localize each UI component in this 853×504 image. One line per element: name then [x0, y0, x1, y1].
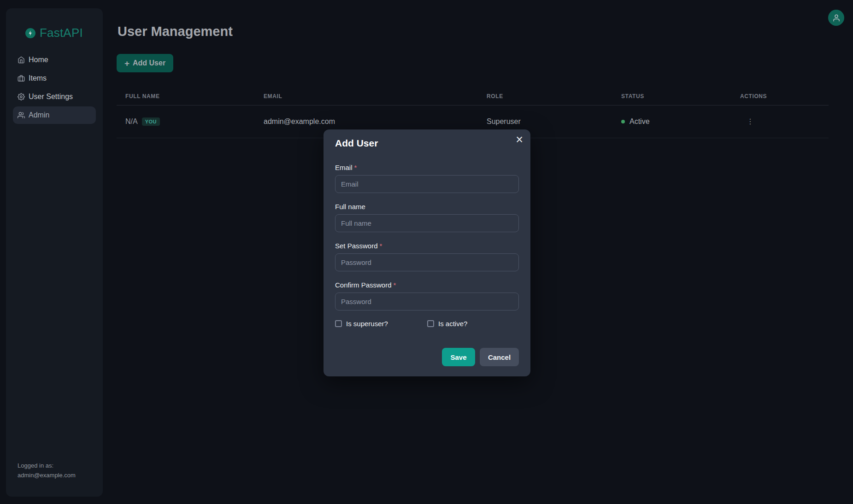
required-asterisk: * [394, 281, 396, 289]
email-label: Email* [335, 164, 519, 171]
sidebar-item-admin[interactable]: Admin [13, 106, 96, 124]
cell-status: Active [612, 117, 731, 126]
checkbox-row: Is superuser? Is active? [335, 320, 519, 328]
cell-full-name: N/A YOU [117, 117, 255, 126]
status-value: Active [629, 117, 650, 126]
confirm-password-field-group: Confirm Password* [335, 281, 519, 311]
plus-icon: + [124, 59, 129, 68]
add-user-modal: Add User × Email* Full name Set Password… [324, 129, 530, 376]
sidebar-item-label: Admin [29, 111, 49, 119]
cell-role: Superuser [478, 117, 612, 126]
full-name-field-group: Full name [335, 203, 519, 232]
add-user-button-label: Add User [133, 59, 165, 67]
kebab-menu-icon[interactable]: ⋮ [747, 118, 754, 125]
sidebar-item-label: Items [29, 74, 47, 82]
fastapi-logo[interactable]: FastAPI [6, 8, 103, 40]
confirm-password-input[interactable] [335, 293, 519, 311]
add-user-button[interactable]: + Add User [117, 54, 173, 72]
sidebar-item-label: User Settings [29, 93, 73, 101]
logged-in-email: admin@example.com [18, 470, 76, 480]
checkbox-icon[interactable] [335, 320, 342, 327]
required-asterisk: * [354, 164, 357, 171]
logged-in-as: Logged in as: admin@example.com [18, 461, 76, 480]
sidebar-item-user-settings[interactable]: User Settings [13, 88, 96, 105]
gear-icon [18, 93, 25, 100]
is-active-label: Is active? [438, 320, 467, 328]
column-header-status: Status [612, 93, 731, 100]
home-icon [18, 56, 25, 64]
sidebar-item-label: Home [29, 56, 48, 64]
cell-actions: ⋮ [731, 118, 829, 125]
active-status-dot [621, 120, 625, 123]
page-title: User Management [118, 24, 233, 39]
confirm-password-label: Confirm Password* [335, 281, 519, 289]
close-icon[interactable]: × [516, 133, 523, 147]
sidebar-nav: Home Items User Settings Admin [6, 51, 103, 124]
full-name-value: N/A [125, 117, 138, 126]
modal-title: Add User [335, 138, 519, 148]
is-active-checkbox[interactable]: Is active? [427, 320, 467, 328]
set-password-field-group: Set Password* [335, 242, 519, 271]
required-asterisk: * [380, 242, 382, 250]
cell-email: admin@example.com [255, 117, 478, 126]
column-header-full-name: Full Name [117, 93, 255, 100]
set-password-input[interactable] [335, 253, 519, 271]
briefcase-icon [18, 75, 25, 82]
column-header-role: Role [478, 93, 612, 100]
users-icon [18, 111, 25, 119]
checkbox-icon[interactable] [427, 320, 434, 327]
full-name-label: Full name [335, 203, 519, 211]
save-button[interactable]: Save [442, 348, 475, 366]
email-field-group: Email* [335, 164, 519, 193]
email-input[interactable] [335, 175, 519, 193]
fastapi-bolt-icon [25, 28, 35, 38]
person-icon [832, 14, 841, 22]
table-header-row: Full Name Email Role Status Actions [117, 88, 829, 105]
column-header-actions: Actions [731, 93, 829, 100]
full-name-input[interactable] [335, 214, 519, 232]
modal-button-row: Save Cancel [335, 348, 519, 366]
sidebar-item-home[interactable]: Home [13, 51, 96, 69]
you-badge: YOU [142, 117, 160, 126]
logged-in-as-label: Logged in as: [18, 461, 76, 470]
set-password-label: Set Password* [335, 242, 519, 250]
column-header-email: Email [255, 93, 478, 100]
sidebar-item-items[interactable]: Items [13, 70, 96, 87]
is-superuser-label: Is superuser? [346, 320, 388, 328]
user-menu-button[interactable] [828, 10, 844, 26]
sidebar: FastAPI Home Items User Settings Admin [6, 8, 103, 497]
is-superuser-checkbox[interactable]: Is superuser? [335, 320, 427, 328]
cancel-button[interactable]: Cancel [480, 348, 519, 366]
brand-name: FastAPI [40, 26, 83, 40]
